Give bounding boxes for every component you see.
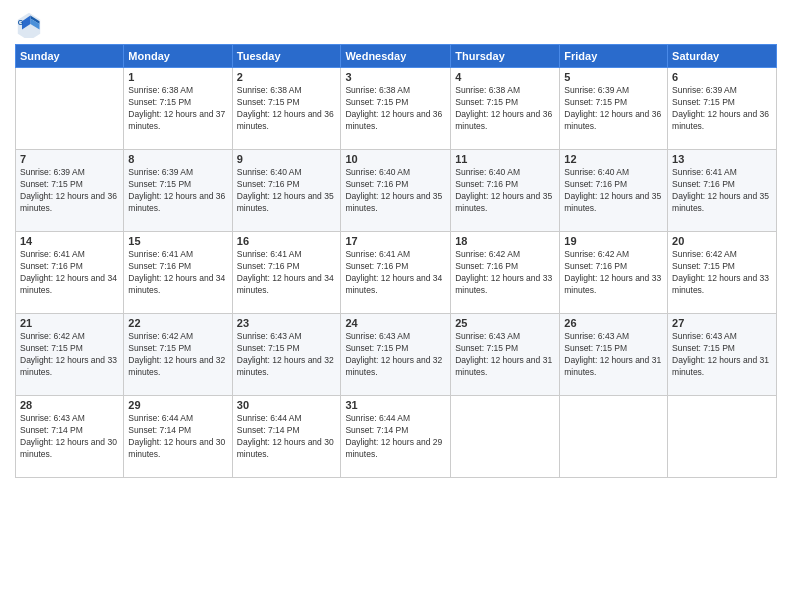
day-cell [668,396,777,478]
day-cell: 24Sunrise: 6:43 AMSunset: 7:15 PMDayligh… [341,314,451,396]
weekday-monday: Monday [124,45,232,68]
day-info: Sunrise: 6:43 AMSunset: 7:15 PMDaylight:… [345,331,446,379]
day-cell: 21Sunrise: 6:42 AMSunset: 7:15 PMDayligh… [16,314,124,396]
day-number: 28 [20,399,119,411]
logo: G [15,10,47,38]
day-cell [451,396,560,478]
day-info: Sunrise: 6:38 AMSunset: 7:15 PMDaylight:… [455,85,555,133]
day-number: 4 [455,71,555,83]
day-number: 17 [345,235,446,247]
page: G SundayMondayTuesdayWednesdayThursdayFr… [0,0,792,612]
logo-icon: G [15,10,43,38]
day-number: 6 [672,71,772,83]
header: G [15,10,777,38]
day-cell [560,396,668,478]
day-number: 9 [237,153,337,165]
calendar-table: SundayMondayTuesdayWednesdayThursdayFrid… [15,44,777,478]
day-number: 5 [564,71,663,83]
day-number: 3 [345,71,446,83]
day-cell: 9Sunrise: 6:40 AMSunset: 7:16 PMDaylight… [232,150,341,232]
day-info: Sunrise: 6:43 AMSunset: 7:14 PMDaylight:… [20,413,119,461]
day-info: Sunrise: 6:42 AMSunset: 7:15 PMDaylight:… [672,249,772,297]
day-number: 19 [564,235,663,247]
day-number: 21 [20,317,119,329]
day-cell: 6Sunrise: 6:39 AMSunset: 7:15 PMDaylight… [668,68,777,150]
day-info: Sunrise: 6:44 AMSunset: 7:14 PMDaylight:… [128,413,227,461]
day-cell: 10Sunrise: 6:40 AMSunset: 7:16 PMDayligh… [341,150,451,232]
day-cell: 19Sunrise: 6:42 AMSunset: 7:16 PMDayligh… [560,232,668,314]
day-number: 24 [345,317,446,329]
day-number: 14 [20,235,119,247]
weekday-wednesday: Wednesday [341,45,451,68]
day-info: Sunrise: 6:42 AMSunset: 7:16 PMDaylight:… [564,249,663,297]
day-cell: 23Sunrise: 6:43 AMSunset: 7:15 PMDayligh… [232,314,341,396]
weekday-header-row: SundayMondayTuesdayWednesdayThursdayFrid… [16,45,777,68]
day-cell: 8Sunrise: 6:39 AMSunset: 7:15 PMDaylight… [124,150,232,232]
day-info: Sunrise: 6:42 AMSunset: 7:16 PMDaylight:… [455,249,555,297]
day-info: Sunrise: 6:40 AMSunset: 7:16 PMDaylight:… [455,167,555,215]
day-cell: 1Sunrise: 6:38 AMSunset: 7:15 PMDaylight… [124,68,232,150]
day-info: Sunrise: 6:41 AMSunset: 7:16 PMDaylight:… [237,249,337,297]
day-info: Sunrise: 6:44 AMSunset: 7:14 PMDaylight:… [345,413,446,461]
day-cell: 30Sunrise: 6:44 AMSunset: 7:14 PMDayligh… [232,396,341,478]
day-info: Sunrise: 6:38 AMSunset: 7:15 PMDaylight:… [345,85,446,133]
day-cell: 20Sunrise: 6:42 AMSunset: 7:15 PMDayligh… [668,232,777,314]
day-info: Sunrise: 6:41 AMSunset: 7:16 PMDaylight:… [20,249,119,297]
day-info: Sunrise: 6:43 AMSunset: 7:15 PMDaylight:… [237,331,337,379]
day-number: 1 [128,71,227,83]
day-info: Sunrise: 6:42 AMSunset: 7:15 PMDaylight:… [128,331,227,379]
week-row-2: 7Sunrise: 6:39 AMSunset: 7:15 PMDaylight… [16,150,777,232]
svg-text:G: G [18,19,24,26]
day-cell: 16Sunrise: 6:41 AMSunset: 7:16 PMDayligh… [232,232,341,314]
day-number: 18 [455,235,555,247]
day-info: Sunrise: 6:38 AMSunset: 7:15 PMDaylight:… [128,85,227,133]
day-cell: 26Sunrise: 6:43 AMSunset: 7:15 PMDayligh… [560,314,668,396]
day-cell: 27Sunrise: 6:43 AMSunset: 7:15 PMDayligh… [668,314,777,396]
weekday-thursday: Thursday [451,45,560,68]
day-cell: 12Sunrise: 6:40 AMSunset: 7:16 PMDayligh… [560,150,668,232]
week-row-5: 28Sunrise: 6:43 AMSunset: 7:14 PMDayligh… [16,396,777,478]
day-info: Sunrise: 6:41 AMSunset: 7:16 PMDaylight:… [672,167,772,215]
day-info: Sunrise: 6:41 AMSunset: 7:16 PMDaylight:… [345,249,446,297]
day-info: Sunrise: 6:39 AMSunset: 7:15 PMDaylight:… [672,85,772,133]
day-number: 15 [128,235,227,247]
day-cell: 7Sunrise: 6:39 AMSunset: 7:15 PMDaylight… [16,150,124,232]
day-info: Sunrise: 6:44 AMSunset: 7:14 PMDaylight:… [237,413,337,461]
day-number: 2 [237,71,337,83]
day-cell: 22Sunrise: 6:42 AMSunset: 7:15 PMDayligh… [124,314,232,396]
day-number: 7 [20,153,119,165]
week-row-4: 21Sunrise: 6:42 AMSunset: 7:15 PMDayligh… [16,314,777,396]
day-info: Sunrise: 6:39 AMSunset: 7:15 PMDaylight:… [564,85,663,133]
day-cell: 25Sunrise: 6:43 AMSunset: 7:15 PMDayligh… [451,314,560,396]
day-cell: 31Sunrise: 6:44 AMSunset: 7:14 PMDayligh… [341,396,451,478]
day-cell: 3Sunrise: 6:38 AMSunset: 7:15 PMDaylight… [341,68,451,150]
weekday-friday: Friday [560,45,668,68]
day-info: Sunrise: 6:38 AMSunset: 7:15 PMDaylight:… [237,85,337,133]
day-number: 13 [672,153,772,165]
weekday-saturday: Saturday [668,45,777,68]
day-number: 11 [455,153,555,165]
day-number: 27 [672,317,772,329]
day-cell: 11Sunrise: 6:40 AMSunset: 7:16 PMDayligh… [451,150,560,232]
day-info: Sunrise: 6:40 AMSunset: 7:16 PMDaylight:… [237,167,337,215]
day-cell: 28Sunrise: 6:43 AMSunset: 7:14 PMDayligh… [16,396,124,478]
day-info: Sunrise: 6:39 AMSunset: 7:15 PMDaylight:… [20,167,119,215]
day-number: 16 [237,235,337,247]
day-number: 31 [345,399,446,411]
day-cell [16,68,124,150]
day-cell: 2Sunrise: 6:38 AMSunset: 7:15 PMDaylight… [232,68,341,150]
week-row-1: 1Sunrise: 6:38 AMSunset: 7:15 PMDaylight… [16,68,777,150]
day-cell: 4Sunrise: 6:38 AMSunset: 7:15 PMDaylight… [451,68,560,150]
day-info: Sunrise: 6:39 AMSunset: 7:15 PMDaylight:… [128,167,227,215]
day-number: 22 [128,317,227,329]
day-info: Sunrise: 6:40 AMSunset: 7:16 PMDaylight:… [564,167,663,215]
day-number: 8 [128,153,227,165]
week-row-3: 14Sunrise: 6:41 AMSunset: 7:16 PMDayligh… [16,232,777,314]
day-info: Sunrise: 6:41 AMSunset: 7:16 PMDaylight:… [128,249,227,297]
day-info: Sunrise: 6:43 AMSunset: 7:15 PMDaylight:… [455,331,555,379]
day-number: 23 [237,317,337,329]
day-cell: 18Sunrise: 6:42 AMSunset: 7:16 PMDayligh… [451,232,560,314]
day-cell: 17Sunrise: 6:41 AMSunset: 7:16 PMDayligh… [341,232,451,314]
day-cell: 15Sunrise: 6:41 AMSunset: 7:16 PMDayligh… [124,232,232,314]
day-number: 29 [128,399,227,411]
